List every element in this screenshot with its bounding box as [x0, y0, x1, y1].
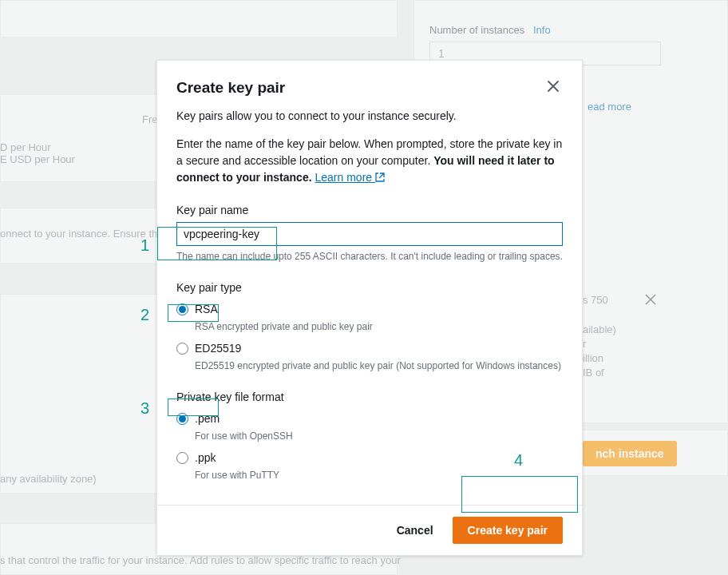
learn-more-link[interactable]: Learn more: [315, 171, 384, 184]
radio-ed25519-desc: ED25519 encrypted private and public key…: [195, 359, 563, 373]
create-key-pair-modal: Create key pair Key pairs allow you to c…: [156, 60, 583, 556]
radio-pem-desc: For use with OpenSSH: [195, 429, 563, 443]
create-key-pair-button[interactable]: Create key pair: [453, 517, 563, 544]
radio-pem[interactable]: [176, 413, 188, 425]
radio-rsa-label[interactable]: RSA: [195, 301, 218, 318]
modal-title: Create key pair: [176, 79, 285, 97]
radio-ed25519-label[interactable]: ED25519: [195, 340, 241, 357]
radio-rsa[interactable]: [176, 303, 188, 315]
radio-ppk-label[interactable]: .ppk: [195, 450, 216, 466]
radio-ed25519[interactable]: [176, 343, 188, 355]
key-pair-type-label: Key pair type: [176, 280, 563, 296]
key-pair-name-input[interactable]: [176, 222, 563, 246]
radio-ppk[interactable]: [176, 452, 188, 464]
cancel-button[interactable]: Cancel: [387, 518, 443, 543]
key-pair-name-label: Key pair name: [176, 202, 563, 219]
radio-ppk-desc: For use with PuTTY: [195, 468, 563, 482]
radio-rsa-desc: RSA encrypted private and public key pai…: [195, 319, 563, 334]
modal-intro: Key pairs allow you to connect to your i…: [176, 108, 563, 125]
close-icon: [547, 80, 560, 93]
modal-close-button[interactable]: [544, 77, 563, 98]
key-pair-name-helper: The name can include upto 255 ASCII char…: [176, 249, 563, 264]
key-format-label: Private key file format: [176, 389, 563, 406]
modal-instructions: Enter the name of the key pair below. Wh…: [176, 136, 563, 186]
external-link-icon: [375, 172, 385, 182]
radio-pem-label[interactable]: .pem: [195, 410, 220, 427]
